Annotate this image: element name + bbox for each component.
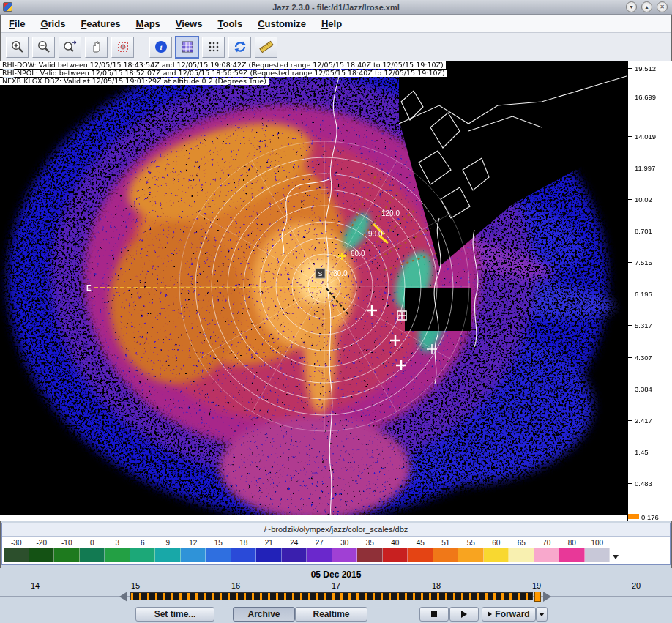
- svg-text:30.0: 30.0: [333, 269, 348, 277]
- color-scale-segment: 60: [484, 537, 509, 564]
- color-scale-segment: 70: [534, 537, 560, 564]
- radar-image: S E 30.0 60.0 90.0 120.0: [0, 61, 627, 515]
- chevron-down-icon: [613, 555, 619, 559]
- timeline-left-handle-icon[interactable]: [119, 592, 127, 602]
- axis-tick: 8.701: [628, 228, 652, 234]
- axis-tick: 5.317: [628, 322, 652, 329]
- timeline-thumb[interactable]: [534, 592, 541, 602]
- pan-button[interactable]: [85, 37, 108, 58]
- axis-tick: 14.019: [628, 133, 656, 140]
- color-scale-panel: /~brodzik/olympex/jazz/color_scales/dbz …: [0, 521, 672, 568]
- menu-help[interactable]: Help: [321, 18, 342, 29]
- color-scale-segment: 40: [383, 537, 408, 564]
- color-scale-segment: 100: [585, 537, 611, 564]
- hour-label: 16: [231, 581, 240, 590]
- timeline-date: 05 Dec 2015: [0, 568, 672, 580]
- color-scale-bar: -30 -20 -10 0 3 6 9 12 15 18 21 24 27 30…: [2, 536, 670, 564]
- menu-file[interactable]: File: [9, 18, 25, 29]
- ruler-icon: [259, 40, 274, 54]
- stop-button[interactable]: [419, 607, 449, 622]
- axis-tick: 0.483: [628, 480, 652, 487]
- menubar: File Grids Features Maps Views Tools Cus…: [0, 15, 672, 33]
- svg-text:S: S: [318, 270, 322, 277]
- color-scale-segment: 80: [559, 537, 585, 564]
- play-icon: [461, 611, 467, 618]
- app-window: Jazz 2.3.0 - file:/d1/Jazz/lrose.xml ▾ ▴…: [0, 0, 672, 623]
- axis-tick: 16.699: [628, 94, 656, 100]
- timeline-panel: 05 Dec 2015 14 15 16 17 18 19 20: [0, 568, 672, 605]
- color-scale-segment: -20: [29, 537, 55, 564]
- close-icon[interactable]: ✕: [657, 1, 668, 12]
- menu-maps[interactable]: Maps: [136, 18, 160, 29]
- hour-label: 17: [332, 581, 340, 590]
- zoom-out-button[interactable]: [32, 37, 55, 58]
- color-scale-dropdown[interactable]: [610, 537, 621, 564]
- axis-tick: 2.417: [628, 417, 652, 424]
- menu-features[interactable]: Features: [81, 18, 120, 29]
- color-scale-segment: 3: [105, 537, 130, 564]
- timeline-data-range[interactable]: [130, 592, 533, 600]
- color-scale-segment: 6: [130, 537, 156, 564]
- realtime-button[interactable]: Realtime: [295, 607, 367, 622]
- hour-label: 15: [131, 581, 140, 590]
- axis-tick: 10.02: [628, 196, 652, 203]
- axis-tick: 6.196: [628, 291, 652, 297]
- grid-display-button[interactable]: [176, 37, 198, 58]
- color-scale-segment: 45: [408, 537, 433, 564]
- play-button[interactable]: [449, 607, 479, 622]
- hour-label: 18: [432, 581, 441, 590]
- axis-tick: 1.45: [628, 449, 649, 455]
- maximize-icon[interactable]: ▴: [641, 1, 652, 12]
- unzoom-region-icon: [116, 40, 130, 54]
- menu-customize[interactable]: Customize: [258, 18, 306, 29]
- status-line-rhi-dow: RHI-DOW: Valid between 12/05/15 18:43:54…: [0, 61, 446, 69]
- axis-tick: 19.512: [628, 65, 656, 72]
- altitude-marker[interactable]: [628, 514, 639, 519]
- data-points-icon: [206, 40, 221, 54]
- hour-label: 19: [532, 581, 541, 590]
- color-scale-title: /~brodzik/olympex/jazz/color_scales/dbz: [2, 523, 670, 536]
- svg-text:E: E: [86, 284, 92, 292]
- color-scale-segment: 30: [332, 537, 358, 564]
- status-line-rhi-npol: RHI-NPOL: Valid between 12/05/15 18:52:0…: [0, 70, 447, 77]
- svg-text:60.0: 60.0: [351, 250, 365, 258]
- altitude-axis[interactable]: 19.512 16.699 14.019 11.997 10.02 8.701 …: [627, 61, 672, 521]
- archive-button[interactable]: Archive: [233, 607, 295, 622]
- zoom-in-button[interactable]: [6, 37, 29, 58]
- set-time-button[interactable]: Set time...: [135, 607, 214, 622]
- minimize-icon[interactable]: ▾: [626, 1, 637, 12]
- axis-tick: 11.997: [628, 165, 655, 171]
- info-button[interactable]: i: [149, 37, 172, 58]
- forward-icon: [488, 611, 492, 617]
- refresh-sync-button[interactable]: [228, 37, 251, 58]
- titlebar[interactable]: Jazz 2.3.0 - file:/d1/Jazz/lrose.xml ▾ ▴…: [0, 0, 672, 15]
- color-scale-segment: -30: [4, 537, 29, 564]
- color-scale-segment: 21: [256, 537, 282, 564]
- color-scale-segment: 27: [307, 537, 332, 564]
- plot-bottom-margin: [0, 515, 627, 521]
- altitude-marker-label: 0.176: [641, 513, 659, 521]
- toolbar: i: [0, 33, 672, 61]
- axis-tick: 4.307: [628, 354, 652, 361]
- forward-button[interactable]: Forward: [482, 607, 536, 622]
- hour-label: 14: [31, 581, 40, 590]
- chevron-down-icon: [539, 613, 545, 616]
- timeline-right-handle-icon[interactable]: [543, 592, 551, 602]
- menu-tools[interactable]: Tools: [217, 18, 242, 29]
- status-line-nexrad: NEXR KLGX DBZ: Valid at 12/05/15 19:01:2…: [0, 78, 269, 85]
- data-points-button[interactable]: [202, 37, 225, 58]
- playback-controls: Set time... Archive Realtime Forward: [0, 605, 672, 623]
- axis-tick: 3.384: [628, 386, 652, 392]
- unzoom-region-button[interactable]: [111, 37, 134, 58]
- radar-display[interactable]: S E 30.0 60.0 90.0 120.0 RHI-DOW: [0, 61, 627, 521]
- zoom-select-button[interactable]: [59, 37, 81, 58]
- window-title: Jazz 2.3.0 - file:/d1/Jazz/lrose.xml: [0, 3, 672, 12]
- menu-views[interactable]: Views: [176, 18, 203, 29]
- refresh-sync-icon: [233, 40, 247, 54]
- menu-grids[interactable]: Grids: [40, 18, 65, 29]
- color-scale-segment: 51: [433, 537, 459, 564]
- zoom-select-icon: [63, 40, 78, 54]
- ruler-button[interactable]: [255, 37, 277, 58]
- color-scale-segment: -10: [54, 537, 80, 564]
- forward-dropdown[interactable]: [536, 607, 548, 622]
